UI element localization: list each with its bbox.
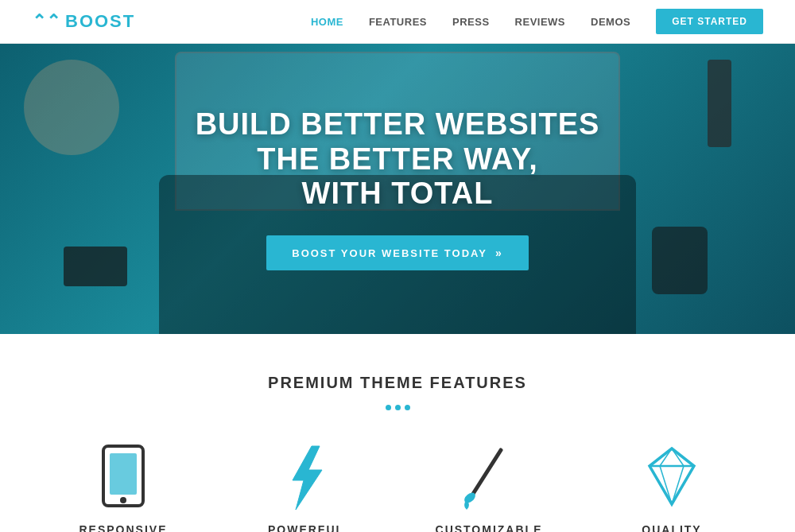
navbar: ⌃⌃ BOOST HOME FEATURES PRESS REVIEWS DEM… — [0, 0, 795, 44]
nav-demos[interactable]: DEMOS — [591, 16, 630, 28]
nav-features[interactable]: FEATURES — [369, 16, 427, 28]
powerful-icon — [270, 442, 342, 514]
harddrive-decoration — [64, 247, 127, 286]
svg-marker-3 — [293, 446, 322, 510]
customizable-icon — [453, 442, 525, 514]
nav-home[interactable]: HOME — [311, 16, 343, 28]
feature-customizable: CUSTOMIZABLE Choose from unlimited color… — [405, 442, 572, 532]
responsive-name: RESPONSIVE — [79, 523, 167, 532]
watch-decoration — [652, 227, 708, 294]
logo-icon: ⌃⌃ — [32, 11, 60, 32]
usb-decoration — [708, 60, 731, 147]
powerful-name: POWERFUL — [268, 523, 344, 532]
quality-name: QUALITY — [642, 523, 701, 532]
hero-title: BUILD BETTER WEBSITES THE BETTER WAY, WI… — [196, 107, 600, 212]
features-grid: RESPONSIVE Fully responsive and mobile r… — [40, 442, 755, 532]
dot-2 — [395, 405, 401, 410]
customizable-name: CUSTOMIZABLE — [436, 523, 543, 532]
features-section: PREMIUM THEME FEATURES RESPONSIVE Fully … — [0, 334, 795, 532]
hero-section: BUILD BETTER WEBSITES THE BETTER WAY, WI… — [0, 44, 795, 334]
hero-cta-button[interactable]: BOOST YOUR WEBSITE TODAY » — [266, 235, 528, 270]
dot-1 — [386, 405, 391, 410]
dots-divider — [32, 405, 763, 410]
feature-responsive: RESPONSIVE Fully responsive and mobile r… — [40, 442, 207, 532]
nav-press[interactable]: PRESS — [452, 16, 490, 28]
hero-cta-arrow-icon: » — [495, 247, 503, 259]
hero-title-line1: BUILD BETTER WEBSITES — [196, 107, 600, 141]
svg-line-8 — [650, 466, 672, 504]
nav-links: HOME FEATURES PRESS REVIEWS DEMOS GET ST… — [311, 9, 763, 34]
logo[interactable]: ⌃⌃ BOOST — [32, 11, 135, 32]
get-started-button[interactable]: GET STARTED — [656, 9, 763, 34]
nav-reviews[interactable]: REVIEWS — [515, 16, 565, 28]
dot-3 — [405, 405, 410, 410]
logo-text: BOOST — [65, 11, 135, 32]
svg-line-9 — [672, 466, 694, 504]
feature-quality: QUALITY Coded with right way with semant… — [588, 442, 755, 532]
responsive-icon — [87, 442, 159, 514]
hero-cta-label: BOOST YOUR WEBSITE TODAY — [292, 247, 487, 259]
hero-title-line3: WITH TOTAL — [302, 177, 494, 210]
hero-content: BUILD BETTER WEBSITES THE BETTER WAY, WI… — [196, 107, 600, 270]
hero-title-line2: THE BETTER WAY, — [257, 142, 538, 176]
feature-powerful: POWERFUL Supercharged options for creati… — [223, 442, 390, 532]
quality-icon — [636, 442, 708, 514]
svg-point-2 — [120, 497, 126, 503]
svg-rect-1 — [110, 453, 137, 495]
coffee-decoration — [24, 60, 119, 155]
svg-line-4 — [473, 450, 501, 494]
features-title: PREMIUM THEME FEATURES — [32, 374, 763, 392]
